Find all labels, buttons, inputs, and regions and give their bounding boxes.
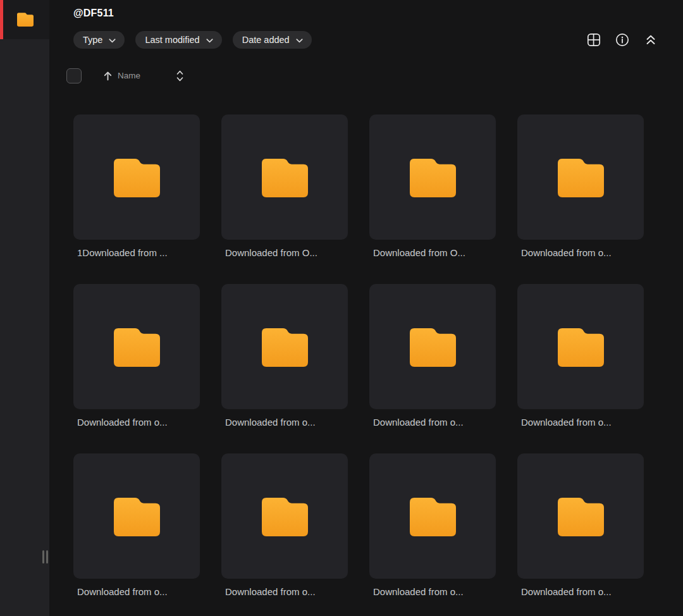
filter-last-modified-label: Last modified	[145, 35, 199, 45]
folder-name: Downloaded from O...	[221, 247, 348, 259]
folder-name: Downloaded from o...	[73, 416, 200, 428]
folder-icon	[262, 157, 308, 197]
folder-card[interactable]: Downloaded from O...	[221, 114, 348, 259]
folder-card[interactable]: Downloaded from o...	[517, 284, 644, 428]
folder-name: Downloaded from o...	[369, 416, 496, 428]
info-button[interactable]	[615, 33, 629, 47]
collapse-up-icon	[644, 34, 657, 46]
folder-thumbnail	[517, 284, 644, 409]
folder-thumbnail	[221, 284, 348, 409]
folder-icon	[262, 326, 308, 367]
folder-card[interactable]: Downloaded from o...	[73, 284, 200, 428]
folder-name: Downloaded from O...	[369, 247, 496, 259]
folder-name: Downloaded from o...	[517, 416, 644, 428]
folder-name: Downloaded from o...	[517, 586, 644, 598]
sort-bar: Name	[49, 68, 683, 83]
folder-card[interactable]: Downloaded from o...	[221, 284, 348, 428]
folder-card[interactable]: 1Downloaded from ...	[73, 114, 200, 259]
chevron-up-down-icon	[176, 69, 184, 83]
folder-card[interactable]: Downloaded from o...	[369, 453, 496, 598]
filter-chips: Type Last modified Date added	[73, 31, 312, 49]
filter-type-button[interactable]: Type	[73, 31, 125, 49]
sort-direction-button[interactable]	[103, 71, 113, 81]
folder-icon	[262, 496, 308, 536]
folder-icon	[558, 496, 604, 536]
main-content: @DF511 Type Last modified Date added	[49, 0, 683, 616]
filter-toolbar: Type Last modified Date added	[49, 31, 683, 49]
folder-name: Downloaded from o...	[517, 247, 644, 259]
select-all-checkbox[interactable]	[66, 68, 82, 83]
chevron-down-icon	[296, 39, 303, 43]
folder-thumbnail	[517, 453, 644, 579]
folder-icon	[558, 326, 604, 367]
folder-name: Downloaded from o...	[73, 586, 200, 598]
folder-thumbnail	[369, 453, 496, 579]
view-toolbar	[587, 33, 658, 47]
folder-thumbnail	[73, 453, 200, 579]
arrow-up-icon	[103, 71, 113, 81]
folder-card[interactable]: Downloaded from o...	[517, 453, 644, 598]
folder-thumbnail	[221, 114, 348, 240]
chevron-down-icon	[206, 39, 213, 43]
sort-toggle-button[interactable]	[176, 69, 184, 83]
folder-thumbnail	[73, 284, 200, 409]
sidebar	[0, 0, 49, 616]
folder-card[interactable]: Downloaded from o...	[517, 114, 644, 259]
folder-name: Downloaded from o...	[221, 416, 348, 428]
folder-card[interactable]: Downloaded from o...	[369, 284, 496, 428]
page-title: @DF511	[49, 0, 683, 19]
folder-thumbnail	[517, 114, 644, 240]
folder-thumbnail	[73, 114, 200, 240]
folder-thumbnail	[221, 453, 348, 579]
active-accent-bar	[0, 0, 3, 39]
folder-card[interactable]: Downloaded from o...	[221, 453, 348, 598]
collapse-button[interactable]	[644, 33, 658, 47]
grid-view-icon	[587, 33, 601, 47]
folder-thumbnail	[369, 284, 496, 409]
folder-name: Downloaded from o...	[221, 586, 348, 598]
filter-last-modified-button[interactable]: Last modified	[135, 31, 221, 49]
folder-icon	[17, 12, 34, 27]
folder-name: Downloaded from o...	[369, 586, 496, 598]
folder-card[interactable]: Downloaded from O...	[369, 114, 496, 259]
folder-icon	[114, 326, 160, 367]
folder-thumbnail	[369, 114, 496, 240]
filter-date-added-button[interactable]: Date added	[233, 31, 312, 49]
filter-type-label: Type	[83, 35, 102, 45]
folder-name: 1Downloaded from ...	[73, 247, 200, 259]
filter-date-added-label: Date added	[242, 35, 290, 45]
sidebar-active-item[interactable]	[0, 0, 49, 39]
folder-card[interactable]: Downloaded from o...	[73, 453, 200, 598]
folder-grid: 1Downloaded from ... Downloaded from O..…	[73, 114, 683, 598]
folder-icon	[114, 496, 160, 536]
sidebar-resize-handle[interactable]	[42, 550, 48, 564]
grid-view-button[interactable]	[587, 33, 601, 47]
folder-icon	[114, 157, 160, 197]
chevron-down-icon	[109, 39, 116, 43]
folder-icon	[410, 326, 456, 367]
folder-icon	[410, 157, 456, 197]
folder-icon	[558, 157, 604, 197]
sort-field-label[interactable]: Name	[118, 71, 140, 80]
folder-icon	[410, 496, 456, 536]
info-icon	[615, 33, 629, 47]
